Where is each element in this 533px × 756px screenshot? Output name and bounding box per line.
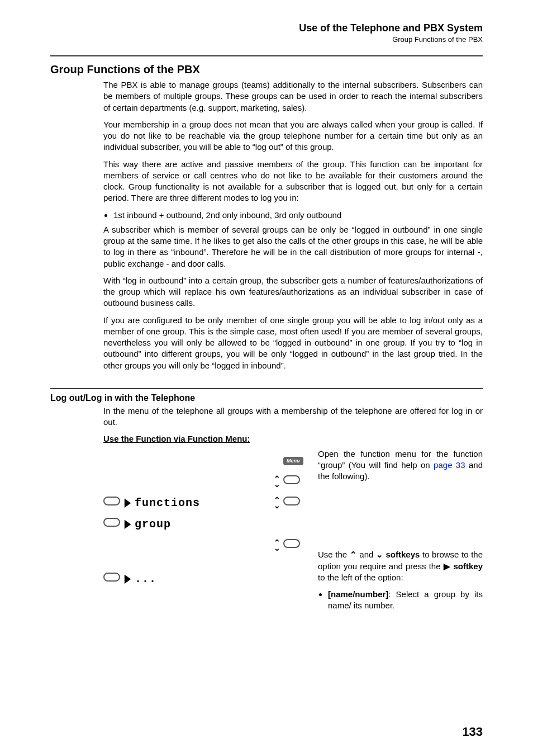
- softkey-button[interactable]: [283, 497, 300, 505]
- doc-title: Use of the Telephone and PBX System: [50, 22, 483, 34]
- body-paragraph: A subscriber which is member of several …: [103, 224, 483, 270]
- divider: [50, 55, 483, 56]
- chevron-down-icon: ⌄: [376, 550, 383, 559]
- body-paragraph: In the menu of the telephone all groups …: [103, 405, 483, 428]
- list-item: 1st inbound + outbound, 2nd only inbound…: [113, 210, 483, 221]
- body-paragraph: With “log in outbound” into a certain gr…: [103, 275, 483, 309]
- page-link[interactable]: page 33: [434, 460, 465, 470]
- lcd-line-functions: ▶functions: [120, 495, 271, 511]
- section-heading: Group Functions of the PBX: [50, 63, 483, 76]
- softkey-button[interactable]: [103, 518, 120, 527]
- chevron-up-icon: ⌃: [350, 550, 357, 559]
- softkey-button[interactable]: [283, 475, 300, 484]
- instruction-paragraph: Open the function menu for the function …: [318, 448, 483, 483]
- lcd-line-group: ▶group: [120, 516, 271, 532]
- up-down-icon: [271, 497, 283, 508]
- menu-badge: Menu: [283, 457, 303, 465]
- up-down-icon: [271, 540, 283, 551]
- page-number: 133: [462, 725, 483, 739]
- softkey-button[interactable]: [103, 573, 120, 582]
- divider: [50, 388, 483, 389]
- instruction-paragraph: Use the ⌃ and ⌄ softkeys to browse to th…: [318, 549, 483, 583]
- lcd-panel: Menu ▶functions: [103, 448, 300, 613]
- up-down-icon: [271, 476, 283, 487]
- softkey-button[interactable]: [103, 497, 120, 505]
- lcd-line-dots: ▶...: [120, 571, 271, 587]
- doc-subtitle: Group Functions of the PBX: [50, 35, 483, 44]
- softkey-button[interactable]: [283, 539, 300, 548]
- triangle-right-icon: ▶: [444, 561, 451, 571]
- body-paragraph: If you are configured to be only member …: [103, 315, 483, 371]
- function-menu-heading: Use the Function via Function Menu:: [103, 433, 483, 445]
- body-paragraph: This way there are active and passive me…: [103, 159, 483, 204]
- body-paragraph: The PBX is able to manage groups (teams)…: [103, 79, 483, 114]
- list-item: [name/number]: Select a group by its nam…: [328, 589, 483, 612]
- subsection-heading: Log out/Log in with the Telephone: [50, 393, 483, 403]
- body-paragraph: Your membership in a group does not mean…: [103, 119, 483, 153]
